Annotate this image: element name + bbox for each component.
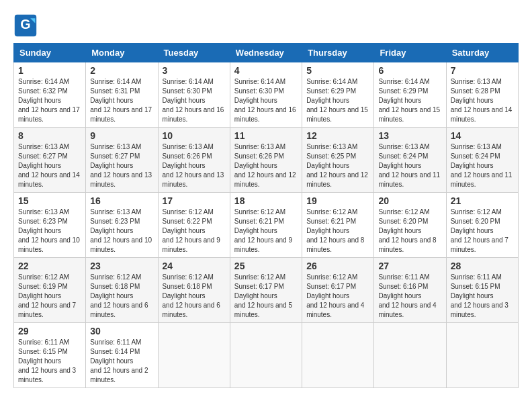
day-info: Sunrise: 6:12 AMSunset: 6:20 PMDaylight … [451,208,508,253]
day-info: Sunrise: 6:12 AMSunset: 6:17 PMDaylight … [234,273,292,318]
day-info: Sunrise: 6:12 AMSunset: 6:22 PMDaylight … [163,208,220,253]
day-number: 3 [163,65,226,76]
day-info: Sunrise: 6:13 AMSunset: 6:26 PMDaylight … [163,143,224,188]
svg-text:G: G [20,17,30,32]
day-number: 18 [234,195,298,206]
day-info: Sunrise: 6:14 AMSunset: 6:31 PMDaylight … [90,78,152,123]
calendar-cell: 10 Sunrise: 6:13 AMSunset: 6:26 PMDaylig… [158,128,230,193]
day-number: 10 [163,130,226,141]
day-info: Sunrise: 6:14 AMSunset: 6:29 PMDaylight … [378,78,440,123]
day-number: 6 [378,65,441,76]
day-number: 30 [90,326,153,336]
day-info: Sunrise: 6:13 AMSunset: 6:24 PMDaylight … [451,143,513,188]
day-info: Sunrise: 6:11 AMSunset: 6:15 PMDaylight … [18,338,76,383]
day-info: Sunrise: 6:13 AMSunset: 6:27 PMDaylight … [90,143,152,188]
day-number: 20 [378,195,441,206]
day-number: 9 [90,130,153,141]
calendar-cell: 19 Sunrise: 6:12 AMSunset: 6:21 PMDaylig… [302,193,374,258]
day-number: 28 [451,261,514,271]
day-info: Sunrise: 6:12 AMSunset: 6:21 PMDaylight … [306,208,364,253]
calendar-cell [158,323,230,388]
calendar-table: SundayMondayTuesdayWednesdayThursdayFrid… [13,43,519,388]
calendar-cell: 5 Sunrise: 6:14 AMSunset: 6:29 PMDayligh… [302,62,374,128]
day-number: 2 [90,65,153,76]
calendar-cell: 26 Sunrise: 6:12 AMSunset: 6:17 PMDaylig… [302,258,374,323]
day-number: 14 [451,130,514,141]
day-info: Sunrise: 6:12 AMSunset: 6:19 PMDaylight … [18,273,76,318]
calendar-cell: 11 Sunrise: 6:13 AMSunset: 6:26 PMDaylig… [230,128,302,193]
day-info: Sunrise: 6:13 AMSunset: 6:24 PMDaylight … [378,143,440,188]
day-number: 7 [451,65,514,76]
day-info: Sunrise: 6:13 AMSunset: 6:23 PMDaylight … [90,208,152,253]
calendar-cell [446,323,518,388]
calendar-cell: 29 Sunrise: 6:11 AMSunset: 6:15 PMDaylig… [14,323,86,388]
day-info: Sunrise: 6:14 AMSunset: 6:29 PMDaylight … [306,78,368,123]
calendar-cell [374,323,446,388]
day-info: Sunrise: 6:11 AMSunset: 6:14 PMDaylight … [90,338,148,383]
day-info: Sunrise: 6:12 AMSunset: 6:18 PMDaylight … [163,273,220,318]
calendar-cell: 21 Sunrise: 6:12 AMSunset: 6:20 PMDaylig… [446,193,518,258]
calendar-cell: 3 Sunrise: 6:14 AMSunset: 6:30 PMDayligh… [158,62,230,128]
day-number: 5 [306,65,369,76]
calendar-week-row: 1 Sunrise: 6:14 AMSunset: 6:32 PMDayligh… [14,62,519,128]
calendar-cell: 2 Sunrise: 6:14 AMSunset: 6:31 PMDayligh… [86,62,158,128]
calendar-cell: 23 Sunrise: 6:12 AMSunset: 6:18 PMDaylig… [86,258,158,323]
calendar-cell: 14 Sunrise: 6:13 AMSunset: 6:24 PMDaylig… [446,128,518,193]
day-number: 4 [234,65,298,76]
calendar-cell: 15 Sunrise: 6:13 AMSunset: 6:23 PMDaylig… [14,193,86,258]
day-info: Sunrise: 6:12 AMSunset: 6:21 PMDaylight … [234,208,292,253]
day-info: Sunrise: 6:12 AMSunset: 6:18 PMDaylight … [90,273,148,318]
day-info: Sunrise: 6:14 AMSunset: 6:30 PMDaylight … [234,78,296,123]
calendar-cell: 28 Sunrise: 6:11 AMSunset: 6:15 PMDaylig… [446,258,518,323]
day-number: 19 [306,195,369,206]
column-header-tuesday: Tuesday [158,44,230,62]
column-header-wednesday: Wednesday [230,44,302,62]
calendar-cell: 7 Sunrise: 6:13 AMSunset: 6:28 PMDayligh… [446,62,518,128]
day-number: 21 [451,195,514,206]
day-number: 27 [378,261,441,271]
day-info: Sunrise: 6:12 AMSunset: 6:17 PMDaylight … [306,273,364,318]
day-number: 16 [90,195,153,206]
calendar-cell: 16 Sunrise: 6:13 AMSunset: 6:23 PMDaylig… [86,193,158,258]
day-number: 1 [18,65,81,76]
day-number: 25 [234,261,298,271]
calendar-cell: 27 Sunrise: 6:11 AMSunset: 6:16 PMDaylig… [374,258,446,323]
day-number: 11 [234,130,298,141]
calendar-cell: 25 Sunrise: 6:12 AMSunset: 6:17 PMDaylig… [230,258,302,323]
calendar-cell: 20 Sunrise: 6:12 AMSunset: 6:20 PMDaylig… [374,193,446,258]
day-number: 17 [163,195,226,206]
column-header-sunday: Sunday [14,44,86,62]
day-info: Sunrise: 6:13 AMSunset: 6:26 PMDaylight … [234,143,296,188]
day-info: Sunrise: 6:13 AMSunset: 6:27 PMDaylight … [18,143,80,188]
day-info: Sunrise: 6:12 AMSunset: 6:20 PMDaylight … [378,208,436,253]
day-number: 26 [306,261,369,271]
calendar-cell: 9 Sunrise: 6:13 AMSunset: 6:27 PMDayligh… [86,128,158,193]
calendar-week-row: 8 Sunrise: 6:13 AMSunset: 6:27 PMDayligh… [14,128,519,193]
day-number: 15 [18,195,81,206]
calendar-cell: 1 Sunrise: 6:14 AMSunset: 6:32 PMDayligh… [14,62,86,128]
day-info: Sunrise: 6:11 AMSunset: 6:16 PMDaylight … [378,273,436,318]
day-info: Sunrise: 6:13 AMSunset: 6:25 PMDaylight … [306,143,368,188]
calendar-cell: 17 Sunrise: 6:12 AMSunset: 6:22 PMDaylig… [158,193,230,258]
calendar-cell: 24 Sunrise: 6:12 AMSunset: 6:18 PMDaylig… [158,258,230,323]
column-header-thursday: Thursday [302,44,374,62]
calendar-header-row: SundayMondayTuesdayWednesdayThursdayFrid… [14,44,519,62]
column-header-saturday: Saturday [446,44,518,62]
day-number: 29 [18,326,81,336]
logo-icon: G [13,13,38,38]
calendar-cell: 6 Sunrise: 6:14 AMSunset: 6:29 PMDayligh… [374,62,446,128]
day-info: Sunrise: 6:11 AMSunset: 6:15 PMDaylight … [451,273,508,318]
day-number: 22 [18,261,81,271]
day-number: 13 [378,130,441,141]
column-header-friday: Friday [374,44,446,62]
day-info: Sunrise: 6:13 AMSunset: 6:28 PMDaylight … [451,78,513,123]
calendar-cell: 30 Sunrise: 6:11 AMSunset: 6:14 PMDaylig… [86,323,158,388]
calendar-cell: 13 Sunrise: 6:13 AMSunset: 6:24 PMDaylig… [374,128,446,193]
calendar-cell: 8 Sunrise: 6:13 AMSunset: 6:27 PMDayligh… [14,128,86,193]
day-info: Sunrise: 6:14 AMSunset: 6:32 PMDaylight … [18,78,80,123]
day-info: Sunrise: 6:14 AMSunset: 6:30 PMDaylight … [163,78,224,123]
day-number: 8 [18,130,81,141]
page-header: G [13,13,519,38]
calendar-week-row: 29 Sunrise: 6:11 AMSunset: 6:15 PMDaylig… [14,323,519,388]
calendar-cell: 4 Sunrise: 6:14 AMSunset: 6:30 PMDayligh… [230,62,302,128]
